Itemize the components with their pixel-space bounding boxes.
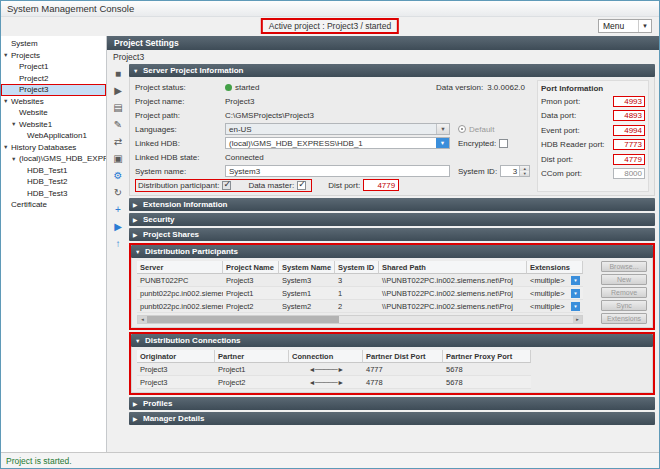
run-icon[interactable]: ▶ <box>111 220 125 233</box>
cell-originator: Project3 <box>137 363 215 376</box>
section-header-manager-details[interactable]: Manager Details <box>129 412 655 425</box>
tree-item-websites[interactable]: Websites <box>1 96 106 108</box>
start-icon[interactable]: ▶ <box>111 84 125 97</box>
horizontal-scrollbar[interactable]: ◄ ► <box>137 315 583 324</box>
new-button[interactable]: New <box>601 274 647 285</box>
tree-item-gms-hdb-express[interactable]: (local)\GMS_HDB_EXPRESS <box>1 153 106 165</box>
section-header-server-project-information[interactable]: Server Project Information <box>129 64 655 77</box>
tree-item-certificate[interactable]: Certificate <box>1 199 106 211</box>
section-header-distribution-participants[interactable]: Distribution Participants <box>131 245 653 258</box>
caret-down-icon[interactable] <box>3 144 11 150</box>
settings-icon[interactable]: ⚙ <box>111 169 125 182</box>
section-header-profiles[interactable]: Profiles <box>129 397 655 410</box>
table-row[interactable]: PUNBT022PC Project3 System3 3 \\PUNBT022… <box>137 274 583 287</box>
caret-down-icon[interactable] <box>11 121 19 127</box>
add-icon[interactable]: + <box>111 203 125 216</box>
section-title: Extension Information <box>143 200 227 209</box>
tree-item-label: HDB_Test3 <box>27 189 67 198</box>
chevron-down-icon[interactable]: ▼ <box>571 302 580 311</box>
save-icon[interactable]: ▣ <box>111 152 125 165</box>
section-header-distribution-connections[interactable]: Distribution Connections <box>131 334 653 347</box>
table-row[interactable]: Project3 Project1 4777 5678 <box>137 363 647 376</box>
project-status-label: Project status: <box>135 83 225 92</box>
distribution-annotation-box: Distribution participant: Data master: <box>135 179 312 192</box>
table-row[interactable]: punbt022pc.in002.siemer Project2 System2… <box>137 300 583 313</box>
languages-dropdown[interactable]: en-US ▼ <box>225 123 450 135</box>
upload-icon[interactable]: ↑ <box>111 237 125 250</box>
cell-extensions[interactable]: <multiple>▼ <box>527 300 583 313</box>
port-row-hdb-reader: HDB Reader port: 7773 <box>541 138 645 153</box>
tree-item-label: Certificate <box>11 200 47 209</box>
pmon-port-label: Pmon port: <box>541 97 580 106</box>
cell-partner: Project2 <box>215 376 289 389</box>
pmon-port-value: 4993 <box>613 96 645 107</box>
section-distribution-connections: Distribution Connections Originator Part… <box>131 334 653 393</box>
section-header-project-shares[interactable]: Project Shares <box>129 228 655 241</box>
tree-item-project2[interactable]: Project2 <box>1 73 106 85</box>
scrollbar-track[interactable] <box>147 316 573 323</box>
distribution-participant-checkbox[interactable] <box>222 181 231 190</box>
cell-extensions[interactable]: <multiple>▼ <box>527 274 583 287</box>
remove-button[interactable]: Remove <box>601 287 647 298</box>
tree-item-hdb-test3[interactable]: HDB_Test3 <box>1 188 106 200</box>
tree-item-project3[interactable]: Project3 <box>1 84 106 96</box>
link-icon[interactable]: ⇄ <box>111 135 125 148</box>
tree-item-hdb-test1[interactable]: HDB_Test1 <box>1 165 106 177</box>
cell-extensions[interactable]: <multiple>▼ <box>527 287 583 300</box>
default-radio[interactable] <box>458 125 466 133</box>
scrollbar-thumb[interactable] <box>147 316 339 323</box>
participants-buttons: Browse... New Remove Sync Extensions <box>583 261 647 324</box>
chevron-down-icon[interactable]: ▼ <box>436 138 449 148</box>
tab-label: Project Settings <box>114 38 179 48</box>
refresh-icon[interactable]: ↻ <box>111 186 125 199</box>
table-row[interactable]: Project3 Project2 4778 5678 <box>137 376 647 389</box>
edit-icon[interactable]: ✎ <box>111 118 125 131</box>
extensions-button[interactable]: Extensions <box>601 313 647 324</box>
system-id-stepper[interactable]: 3 ▲▼ <box>500 165 530 177</box>
system-id-value: 3 <box>501 167 519 176</box>
dist-port-input[interactable]: 4779 <box>363 179 399 191</box>
project-name-row: Project name: Project3 <box>135 94 531 108</box>
caret-down-icon[interactable] <box>3 98 11 104</box>
port-information-panel: Port Information Pmon port: 4993 Data po… <box>537 80 649 192</box>
tree-item-website1[interactable]: Website1 <box>1 119 106 131</box>
cell-system-name: System3 <box>279 274 335 287</box>
dist-port-info-label: Dist port: <box>541 155 573 164</box>
caret-down-icon[interactable] <box>3 52 11 58</box>
caret-down-icon[interactable] <box>11 156 19 162</box>
chevron-down-icon[interactable]: ▼ <box>571 276 580 285</box>
sync-button[interactable]: Sync <box>601 300 647 311</box>
section-title: Server Project Information <box>143 66 243 75</box>
project-path-label: Project path: <box>135 111 225 120</box>
encrypted-checkbox[interactable] <box>499 139 508 148</box>
chevron-down-icon[interactable]: ▼ <box>436 124 449 134</box>
scroll-right-icon[interactable]: ► <box>573 316 582 323</box>
tree-item-website[interactable]: Website <box>1 107 106 119</box>
table-row[interactable]: punbt022pc.in002.siemer Project1 System1… <box>137 287 583 300</box>
cell-system-name: System1 <box>279 287 335 300</box>
tree-item-hdb-test2[interactable]: HDB_Test2 <box>1 176 106 188</box>
languages-label: Languages: <box>135 125 225 134</box>
linked-hdb-label: Linked HDB: <box>135 139 225 148</box>
tab-project-settings[interactable]: Project Settings <box>107 36 659 50</box>
scroll-left-icon[interactable]: ◄ <box>138 316 147 323</box>
stop-icon[interactable]: ■ <box>111 67 125 80</box>
section-header-security[interactable]: Security <box>129 213 655 226</box>
tree-item-projects[interactable]: Projects <box>1 50 106 62</box>
system-name-input[interactable]: System3 <box>225 165 450 177</box>
system-id-label: System ID: <box>458 167 497 176</box>
spinner-arrows-icon[interactable]: ▲▼ <box>519 166 529 176</box>
tree-item-history-databases[interactable]: History Databases <box>1 142 106 154</box>
tree-item-project1[interactable]: Project1 <box>1 61 106 73</box>
data-master-checkbox[interactable] <box>297 181 306 190</box>
browse-button[interactable]: Browse... <box>601 261 647 272</box>
section-header-extension-information[interactable]: Extension Information <box>129 198 655 211</box>
linked-hdb-dropdown[interactable]: (local)\GMS_HDB_EXPRESS\HDB_1 ▼ <box>225 137 450 149</box>
tree-item-label: Project1 <box>19 62 48 71</box>
chevron-down-icon[interactable]: ▼ <box>571 289 580 298</box>
active-project-label: Active project : Project3 / started <box>261 18 399 34</box>
document-icon[interactable]: ▤ <box>111 101 125 114</box>
tree-item-system[interactable]: System <box>1 38 106 50</box>
tree-item-webapplication1[interactable]: WebApplication1 <box>1 130 106 142</box>
menu-dropdown[interactable]: Menu ▼ <box>598 19 652 33</box>
